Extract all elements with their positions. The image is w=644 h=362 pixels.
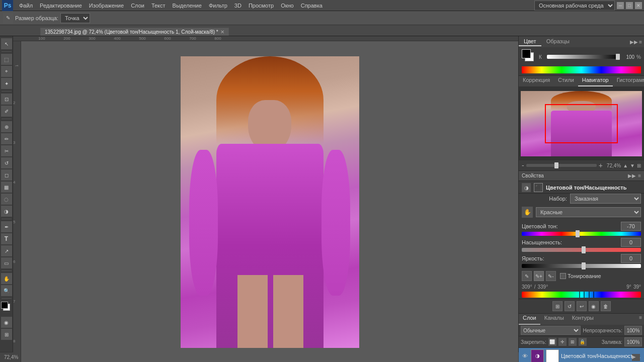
zoom-expand[interactable]: ⊞	[637, 163, 641, 168]
saturation-slider-track[interactable]	[522, 248, 641, 252]
menu-edit[interactable]: Редактирование	[37, 2, 85, 10]
history-tool[interactable]: ↺	[1, 157, 12, 168]
tab-navigator[interactable]: Навигатор	[578, 76, 613, 86]
layers-panel-menu[interactable]: ≡	[637, 314, 644, 325]
zoom-tool[interactable]: 🔍	[1, 285, 12, 296]
minimize-button[interactable]: ─	[617, 2, 624, 9]
color-panel-arrow[interactable]: ▶▶	[630, 39, 638, 45]
color-spectrum-bar[interactable]	[522, 66, 641, 73]
blend-mode-select[interactable]: Обычные	[521, 326, 581, 335]
panel-menu[interactable]: ≡	[638, 173, 641, 178]
preset-dropdown[interactable]: Заказная	[570, 194, 641, 204]
pen-tool[interactable]: ✒	[1, 221, 12, 232]
menu-select[interactable]: Выделение	[170, 2, 205, 10]
menu-image[interactable]: Изображение	[86, 2, 127, 10]
hue-value-input[interactable]: -70	[621, 222, 641, 231]
minus-eyedropper[interactable]: ✎-	[546, 271, 556, 281]
zoom-down-arrow[interactable]: ▼	[630, 163, 635, 168]
color-panel-menu[interactable]: ≡	[639, 39, 642, 45]
text-tool[interactable]: T	[1, 233, 12, 244]
brush-tool[interactable]: ✏	[1, 133, 12, 144]
tab-histogram[interactable]: Гистограмма	[613, 76, 644, 86]
shape-tool[interactable]: ▭	[1, 257, 12, 268]
lightness-value-input[interactable]: 0	[621, 254, 641, 263]
tab-layers[interactable]: Слои	[519, 314, 540, 325]
clone-tool[interactable]: ✂	[1, 145, 12, 156]
zoom-slider-thumb[interactable]	[554, 162, 558, 168]
tab-color[interactable]: Цвет	[519, 37, 541, 46]
quick-mask[interactable]: ◉	[1, 317, 12, 328]
layer-eye-1[interactable]: 👁	[521, 352, 529, 360]
blur-tool[interactable]: ◌	[1, 194, 12, 205]
status-arrow[interactable]: ▶	[632, 354, 640, 361]
workspace-select[interactable]: Основная рабочая среда	[534, 1, 615, 11]
bottom-icon-delete[interactable]: 🗑	[601, 301, 611, 311]
menu-layers[interactable]: Слои	[128, 2, 147, 10]
saturation-value-input[interactable]: 0	[621, 238, 641, 247]
pencil-tool[interactable]: ✎	[522, 271, 532, 281]
saturation-slider-thumb[interactable]	[582, 246, 586, 253]
eyedropper-tool[interactable]: ✐	[1, 106, 12, 117]
document-tab[interactable]: 1352298734.jpg @ 72,4% (Цветовой тон/Нас…	[40, 28, 229, 36]
menu-file[interactable]: Файл	[16, 2, 36, 10]
menu-window[interactable]: Окно	[278, 2, 297, 10]
tab-channels[interactable]: Каналы	[540, 314, 568, 325]
foreground-background-swatches[interactable]	[522, 49, 537, 64]
zoom-in-button[interactable]: +	[599, 161, 603, 169]
lightness-slider-track[interactable]	[522, 264, 641, 268]
lock-artboard[interactable]: ⊞	[569, 338, 577, 346]
lightness-slider-thumb[interactable]	[582, 262, 586, 269]
hand-tool[interactable]: ✋	[1, 273, 12, 284]
layer-item-huesat[interactable]: 👁 ◑ Цветовой тон/Насыщенность 1	[519, 348, 644, 362]
tab-swatches[interactable]: Образцы	[541, 37, 575, 46]
bottom-icon-4[interactable]: ◉	[589, 301, 599, 311]
lasso-tool[interactable]: ⌖	[1, 66, 12, 77]
path-tool[interactable]: ↗	[1, 245, 12, 256]
k-slider[interactable]	[547, 55, 620, 59]
zoom-up-arrow[interactable]: ▲	[623, 163, 628, 168]
menu-filter[interactable]: Фильтр	[206, 2, 230, 10]
opacity-input[interactable]: 100%	[624, 326, 642, 335]
menu-3d[interactable]: 3D	[231, 2, 245, 10]
hue-slider-thumb[interactable]	[576, 230, 580, 237]
fg-color[interactable]	[1, 302, 8, 309]
menu-help[interactable]: Справка	[298, 2, 326, 10]
bottom-icon-3[interactable]: ↩	[577, 301, 587, 311]
lock-all[interactable]: 🔒	[579, 338, 587, 346]
target-tool[interactable]: ✋	[522, 207, 533, 218]
marquee-tool[interactable]: ⬚	[1, 54, 12, 65]
hue-slider-track[interactable]	[522, 232, 641, 236]
eraser-tool[interactable]: ◻	[1, 169, 12, 180]
screen-mode[interactable]: ⊞	[1, 329, 12, 340]
toning-checkbox[interactable]	[560, 273, 566, 279]
move-tool[interactable]: ↖	[1, 38, 12, 49]
color-swatches[interactable]	[1, 302, 12, 313]
zoom-out-button[interactable]: -	[522, 161, 524, 169]
tab-paths[interactable]: Контуры	[568, 314, 598, 325]
range-gradient-bar[interactable]	[522, 292, 641, 298]
k-slider-thumb[interactable]	[616, 54, 620, 60]
close-button[interactable]: ✕	[635, 2, 642, 9]
plus-eyedropper[interactable]: ✎+	[534, 271, 544, 281]
fill-input[interactable]: 100%	[624, 337, 642, 346]
sample-size-select[interactable]: Точка	[60, 13, 90, 23]
tab-styles[interactable]: Стили	[554, 76, 578, 86]
foreground-color-swatch[interactable]	[522, 49, 531, 58]
heal-tool[interactable]: ⊕	[1, 121, 12, 132]
dodge-tool[interactable]: ◑	[1, 206, 12, 217]
lock-pixels[interactable]: ⬜	[548, 338, 556, 346]
maximize-button[interactable]: □	[626, 2, 633, 9]
menu-view[interactable]: Просмотр	[246, 2, 277, 10]
tab-correction[interactable]: Коррекция	[519, 76, 554, 86]
panel-expand[interactable]: ▶▶	[628, 173, 636, 178]
bottom-icon-1[interactable]: ⊞	[552, 301, 562, 311]
menu-text[interactable]: Текст	[148, 2, 169, 10]
wand-tool[interactable]: ✦	[1, 78, 12, 89]
channel-dropdown[interactable]: Красные	[536, 207, 641, 217]
lock-position[interactable]: ✛	[558, 338, 567, 346]
gradient-tool[interactable]: ▦	[1, 182, 12, 193]
crop-tool[interactable]: ⊡	[1, 94, 12, 105]
bottom-icon-2[interactable]: ↺	[565, 301, 575, 311]
zoom-slider[interactable]	[526, 164, 597, 167]
tab-close-button[interactable]: ✕	[220, 29, 224, 35]
